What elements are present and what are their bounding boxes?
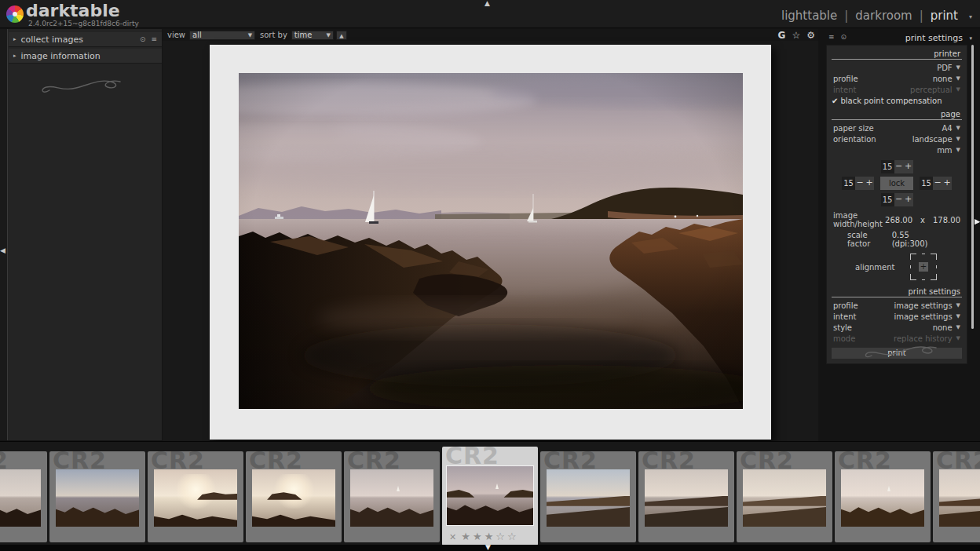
alignment-top-left-button[interactable] bbox=[909, 252, 918, 261]
collapse-right-panel-icon[interactable]: ▶ bbox=[975, 218, 980, 225]
collapse-top-panel-icon[interactable]: ▲ bbox=[485, 0, 490, 7]
alignment-top-button[interactable] bbox=[919, 252, 928, 261]
star-filled-icon[interactable]: ★ bbox=[461, 531, 473, 542]
printer-profile-row[interactable]: profile none▼ bbox=[827, 73, 967, 84]
plus-icon[interactable]: + bbox=[904, 193, 913, 206]
star-empty-icon[interactable]: ☆ bbox=[507, 531, 519, 542]
view-print[interactable]: print bbox=[931, 9, 958, 23]
view-darkroom[interactable]: darkroom bbox=[855, 9, 912, 23]
sort-dropdown[interactable]: time ▼ bbox=[291, 31, 334, 40]
margin-bottom-value[interactable]: 15 bbox=[881, 193, 894, 206]
output-profile-row[interactable]: profile image settings▼ bbox=[827, 300, 967, 311]
thumbnail-image[interactable] bbox=[743, 469, 826, 527]
thumbnail-image[interactable] bbox=[939, 469, 980, 527]
land-silhouette bbox=[547, 496, 630, 506]
units-value[interactable]: mm bbox=[937, 146, 952, 155]
filmstrip-thumbnail[interactable]: CR2 bbox=[0, 451, 47, 542]
margin-left-value[interactable]: 15 bbox=[842, 177, 855, 190]
plus-icon[interactable]: + bbox=[865, 177, 874, 190]
filmstrip-thumbnail[interactable]: CR2 bbox=[737, 451, 832, 542]
filmstrip-thumbnail[interactable]: CR2 bbox=[933, 451, 980, 542]
alignment-right-button[interactable] bbox=[929, 262, 938, 272]
plus-icon[interactable]: + bbox=[904, 160, 913, 173]
presets-icon[interactable]: ≡ bbox=[151, 35, 157, 43]
profile-value[interactable]: image settings bbox=[894, 301, 952, 310]
chevron-down-icon[interactable]: ▾ bbox=[969, 35, 972, 42]
thumbnail-image[interactable] bbox=[447, 466, 533, 525]
star-filled-icon[interactable]: ★ bbox=[485, 531, 496, 542]
orientation-row[interactable]: orientation landscape▼ bbox=[827, 133, 967, 144]
expand-icon[interactable]: ▸ bbox=[13, 36, 16, 42]
presets-icon[interactable]: ≡ bbox=[828, 33, 835, 41]
alignment-center-button[interactable]: + bbox=[919, 262, 928, 272]
paper-size-row[interactable]: paper size A4▼ bbox=[827, 122, 967, 133]
filmstrip-thumbnail[interactable]: CR2 bbox=[344, 451, 440, 542]
chevron-down-icon: ▼ bbox=[956, 136, 960, 142]
module-collect-images[interactable]: ▸ collect images ⊙ ≡ bbox=[9, 32, 162, 47]
view-filter-dropdown[interactable]: all ▼ bbox=[189, 31, 255, 40]
star-empty-icon[interactable]: ☆ bbox=[495, 531, 507, 542]
alignment-left-button[interactable] bbox=[909, 262, 918, 272]
thumbnail-image[interactable] bbox=[645, 469, 728, 527]
thumbnail-image[interactable] bbox=[547, 469, 630, 527]
alignment-bottom-left-button[interactable] bbox=[909, 272, 918, 282]
reset-icon[interactable]: ⊙ bbox=[140, 35, 146, 43]
grouping-icon[interactable]: G bbox=[778, 31, 786, 40]
margin-right-value[interactable]: 15 bbox=[920, 177, 933, 190]
profile-value[interactable]: none bbox=[933, 75, 953, 83]
thumbnail-image[interactable] bbox=[252, 469, 335, 527]
style-value[interactable]: none bbox=[933, 323, 953, 332]
plus-icon[interactable]: + bbox=[942, 177, 952, 190]
expand-icon[interactable]: ▸ bbox=[13, 53, 16, 59]
intent-value[interactable]: image settings bbox=[894, 312, 952, 321]
filmstrip-thumbnail[interactable]: CR2 bbox=[49, 451, 145, 542]
filmstrip-thumbnail[interactable]: CR2 bbox=[148, 451, 243, 542]
filmstrip-thumbnail[interactable]: CR2 bbox=[638, 451, 734, 542]
view-lighttable[interactable]: lighttable bbox=[781, 9, 837, 23]
thumbnail-image[interactable] bbox=[350, 469, 433, 527]
boat-icon bbox=[495, 483, 499, 489]
filmstrip-thumbnail[interactable]: CR2 bbox=[835, 451, 931, 542]
sort-direction-button[interactable]: ▲ bbox=[336, 31, 347, 40]
margins-lock-button[interactable]: lock bbox=[880, 177, 913, 190]
printer-device-value[interactable]: PDF bbox=[937, 64, 952, 72]
orientation-value[interactable]: landscape bbox=[912, 135, 953, 144]
thumbnail-image[interactable] bbox=[56, 469, 139, 527]
margin-top-stepper[interactable]: 15 − + bbox=[881, 160, 913, 173]
star-filled-icon[interactable]: ★ bbox=[473, 531, 485, 542]
minus-icon[interactable]: − bbox=[894, 193, 904, 206]
thumbnail-image[interactable] bbox=[154, 469, 237, 527]
thumbnail-image[interactable] bbox=[0, 469, 41, 527]
black-point-compensation-checkbox[interactable]: ✔ black point compensation bbox=[827, 95, 967, 106]
view-switcher-caret-icon[interactable]: ▾ bbox=[969, 13, 972, 20]
minus-icon[interactable]: − bbox=[933, 177, 942, 190]
gear-icon[interactable]: ⚙ bbox=[806, 31, 815, 40]
minus-icon[interactable]: − bbox=[855, 177, 865, 190]
alignment-top-right-button[interactable] bbox=[929, 252, 938, 261]
minus-icon[interactable]: − bbox=[894, 160, 904, 173]
paper-size-value[interactable]: A4 bbox=[942, 124, 952, 133]
collapse-bottom-panel-icon[interactable]: ▼ bbox=[485, 544, 491, 551]
star-rating[interactable]: ★★★☆☆ bbox=[461, 531, 518, 542]
margin-left-stepper[interactable]: 15 − + bbox=[842, 177, 874, 190]
alignment-bottom-right-button[interactable] bbox=[929, 272, 938, 282]
panel-scrollbar[interactable] bbox=[971, 45, 974, 329]
panel-title[interactable]: print settings bbox=[905, 33, 963, 43]
printer-device-row[interactable]: PDF▼ bbox=[827, 62, 967, 73]
module-image-information[interactable]: ▸ image information bbox=[9, 49, 162, 64]
units-row[interactable]: mm▼ bbox=[827, 144, 967, 155]
filmstrip-thumbnail[interactable]: CR2 bbox=[540, 451, 636, 542]
filmstrip-thumbnail[interactable]: CR2✕★★★☆☆ bbox=[442, 447, 538, 545]
alignment-bottom-button[interactable] bbox=[919, 272, 928, 282]
output-intent-row[interactable]: intent image settings▼ bbox=[827, 311, 967, 322]
reset-icon[interactable]: ⊙ bbox=[841, 33, 847, 41]
style-row[interactable]: style none▼ bbox=[827, 322, 967, 333]
margin-right-stepper[interactable]: 15 − + bbox=[920, 177, 952, 190]
filmstrip-thumbnail[interactable]: CR2 bbox=[246, 451, 342, 542]
thumbnail-image[interactable] bbox=[841, 469, 924, 527]
star-overlay-icon[interactable]: ☆ bbox=[792, 31, 800, 40]
margin-bottom-stepper[interactable]: 15 − + bbox=[881, 193, 913, 206]
reject-icon[interactable]: ✕ bbox=[449, 532, 456, 542]
margin-top-value[interactable]: 15 bbox=[881, 160, 894, 173]
collapse-left-panel-icon[interactable]: ◀ bbox=[0, 247, 5, 254]
